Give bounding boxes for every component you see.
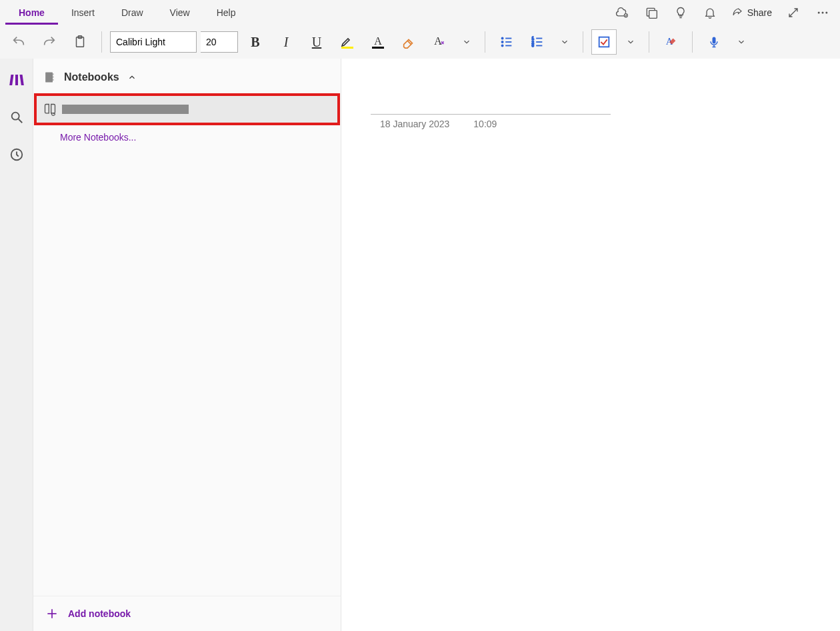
search-rail-icon[interactable] xyxy=(7,108,26,127)
svg-text:A: A xyxy=(434,35,442,47)
menubar-tabs: Home Insert Draw View Help xyxy=(5,1,249,25)
separator xyxy=(583,31,583,53)
svg-rect-34 xyxy=(53,73,54,75)
tab-help[interactable]: Help xyxy=(203,1,249,25)
ribbon: B I U A A 123 A xyxy=(0,25,840,59)
svg-rect-2 xyxy=(649,11,657,19)
svg-point-12 xyxy=(501,37,503,39)
numbered-list-button[interactable]: 123 xyxy=(524,29,551,55)
svg-point-14 xyxy=(501,45,503,46)
bulleted-list-button[interactable] xyxy=(493,29,520,55)
page-canvas[interactable]: 18 January 2023 10:09 xyxy=(341,59,840,631)
svg-rect-29 xyxy=(19,75,23,85)
italic-button[interactable]: I xyxy=(273,29,299,55)
more-notebooks-link[interactable]: More Notebooks... xyxy=(33,123,341,152)
tab-insert[interactable]: Insert xyxy=(58,1,108,25)
menubar: Home Insert Draw View Help Share xyxy=(0,0,840,25)
separator xyxy=(692,31,693,53)
notebooks-header[interactable]: Notebooks xyxy=(33,59,341,96)
share-label: Share xyxy=(747,7,772,18)
bell-icon[interactable] xyxy=(702,5,718,21)
share-button[interactable]: Share xyxy=(731,7,772,19)
font-dropdown-icon[interactable] xyxy=(457,29,477,55)
page-feed-icon[interactable] xyxy=(643,5,659,21)
recent-rail-icon[interactable] xyxy=(7,145,26,164)
menubar-right: Share xyxy=(614,5,835,21)
page-meta: 18 January 2023 10:09 xyxy=(371,119,811,129)
cloud-sync-icon[interactable] xyxy=(614,5,630,21)
notebooks-sidebar: Notebooks More Notebooks... Add notebook xyxy=(33,59,341,631)
lightbulb-icon[interactable] xyxy=(673,5,689,21)
redo-button[interactable] xyxy=(36,29,63,55)
chevron-up-icon xyxy=(127,73,137,82)
undo-button[interactable] xyxy=(5,29,32,55)
svg-line-31 xyxy=(18,119,22,123)
tags-dropdown-icon[interactable] xyxy=(621,29,641,55)
svg-rect-36 xyxy=(53,79,54,81)
separator xyxy=(649,31,649,53)
notebook-icon xyxy=(43,71,56,84)
bold-button[interactable]: B xyxy=(242,29,269,55)
svg-point-4 xyxy=(822,12,824,14)
dictate-button[interactable] xyxy=(701,29,727,55)
add-notebook-label: Add notebook xyxy=(68,608,131,619)
tab-view[interactable]: View xyxy=(157,1,203,25)
styles-button[interactable]: A xyxy=(426,29,453,55)
notebooks-rail-icon[interactable] xyxy=(7,71,26,89)
highlight-button[interactable] xyxy=(334,29,361,55)
svg-rect-24 xyxy=(599,37,609,47)
svg-text:3: 3 xyxy=(532,43,534,47)
separator xyxy=(101,31,102,53)
tab-draw[interactable]: Draw xyxy=(108,1,157,25)
ink-to-text-button[interactable]: A xyxy=(657,29,684,55)
fullscreen-icon[interactable] xyxy=(785,5,801,21)
svg-point-30 xyxy=(11,113,19,120)
svg-point-3 xyxy=(818,12,820,14)
notebooks-header-label: Notebooks xyxy=(64,71,119,83)
font-size-input[interactable] xyxy=(201,31,238,53)
add-notebook-button[interactable]: Add notebook xyxy=(33,596,341,631)
font-color-button[interactable]: A xyxy=(365,29,391,55)
voice-dropdown-icon[interactable] xyxy=(731,29,751,55)
notebook-name-redacted xyxy=(62,105,189,114)
navigation-rail xyxy=(0,59,33,631)
page-date: 18 January 2023 xyxy=(380,119,449,129)
page-time: 10:09 xyxy=(473,119,497,129)
svg-rect-28 xyxy=(15,75,18,85)
svg-point-5 xyxy=(825,12,827,14)
notebook-item-selected[interactable] xyxy=(37,96,337,123)
plus-icon xyxy=(45,607,59,620)
notebook-open-icon xyxy=(43,103,57,116)
svg-rect-35 xyxy=(53,76,54,78)
page-content: 18 January 2023 10:09 xyxy=(341,59,840,165)
tab-home[interactable]: Home xyxy=(5,1,58,25)
page-title-input[interactable] xyxy=(371,95,611,115)
svg-rect-27 xyxy=(9,75,13,85)
svg-rect-10 xyxy=(372,47,384,49)
todo-tag-button[interactable] xyxy=(591,29,617,55)
body-area: Notebooks More Notebooks... Add notebook… xyxy=(0,59,840,631)
underline-button[interactable]: U xyxy=(303,29,330,55)
svg-point-13 xyxy=(501,41,503,43)
svg-text:A: A xyxy=(374,35,382,47)
more-icon[interactable] xyxy=(815,5,831,21)
separator xyxy=(485,31,485,53)
clear-formatting-button[interactable] xyxy=(395,29,422,55)
font-name-input[interactable] xyxy=(110,31,197,53)
svg-rect-8 xyxy=(341,47,353,49)
svg-rect-26 xyxy=(713,37,716,44)
clipboard-button[interactable] xyxy=(67,29,93,55)
svg-rect-33 xyxy=(45,73,53,83)
paragraph-dropdown-icon[interactable] xyxy=(555,29,575,55)
